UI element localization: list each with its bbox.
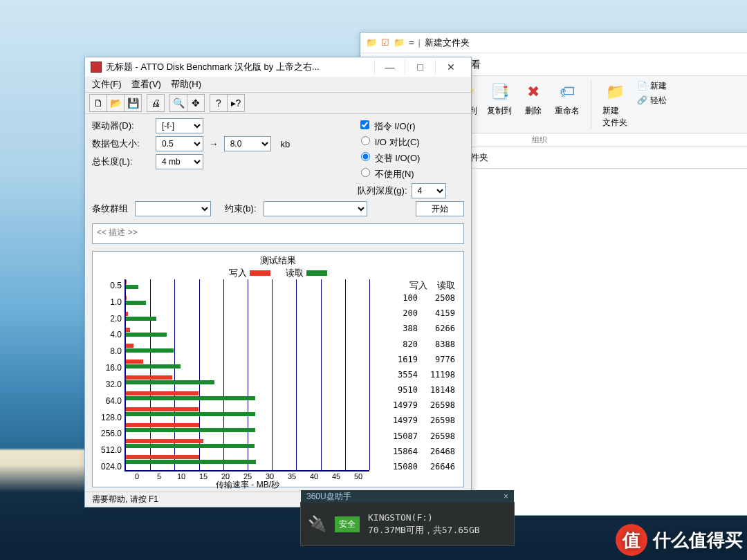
help-icon[interactable]: ? <box>210 94 228 112</box>
atto-titlebar[interactable]: 无标题 - ATTO Disk Benchmark 汉化版 by 上帝之右...… <box>85 57 471 77</box>
menubar: 文件(F) 查看(V) 帮助(H) <box>85 77 471 92</box>
delete-button[interactable]: ✖删除 <box>522 80 545 129</box>
maximize-button[interactable]: □ <box>405 59 435 75</box>
drive-select[interactable]: [-f-] <box>156 118 203 133</box>
safe-badge: 安全 <box>335 516 360 532</box>
chart-plot: 05101520253035404550 传输速率 - MB/秒 <box>124 279 369 472</box>
rename-button[interactable]: 🏷重命名 <box>555 80 580 129</box>
description-box[interactable]: << 描述 >> <box>92 223 464 244</box>
queue-depth-select[interactable]: 4 <box>412 183 446 198</box>
new-item-button[interactable]: 📄 新建 <box>637 80 666 92</box>
watermark: 值 什么值得买 <box>616 524 743 556</box>
window-title: 无标题 - ATTO Disk Benchmark 汉化版 by 上帝之右... <box>106 61 320 73</box>
check-icon: ☑ <box>381 37 389 48</box>
easy-access-button[interactable]: 🔗 轻松 <box>637 95 666 106</box>
explorer-titlebar[interactable]: 📁 ☑ 📁 = | 新建文件夹 <box>360 32 747 53</box>
toolbar: 🗋 📂 💾 🖨 🔍 ✥ ? ▸? <box>85 92 471 114</box>
watermark-icon: 值 <box>616 524 647 556</box>
atto-benchmark-window: 无标题 - ATTO Disk Benchmark 汉化版 by 上帝之右...… <box>84 57 472 507</box>
read-legend-swatch <box>306 270 327 276</box>
arrow-icon: → <box>203 138 224 149</box>
length-select[interactable]: 4 mb <box>156 154 203 169</box>
usb-icon: 🔌 <box>308 515 326 533</box>
compare-io-radio[interactable]: I/O 对比(C) <box>358 134 471 149</box>
minimize-button[interactable]: — <box>374 59 405 75</box>
print-icon[interactable]: 🖨 <box>147 94 165 112</box>
packet-to-select[interactable]: 8.0 <box>224 136 272 151</box>
usb-helper-popup[interactable]: 360U盘助手 × 🔌 安全 KINGSTON(F:) 70.37MB可用，共5… <box>300 502 515 546</box>
app-icon <box>91 62 102 73</box>
results-panel: 测试结果 写入 读取 0.51.02.04.08.016.032.064.012… <box>92 251 464 487</box>
new-icon[interactable]: 🗋 <box>89 94 107 112</box>
folder-icon: 📁 <box>394 37 405 48</box>
overlap-io-radio[interactable]: 交替 I/O(O) <box>358 150 471 165</box>
menu-file[interactable]: 文件(F) <box>92 78 122 91</box>
move-icon[interactable]: ✥ <box>187 94 205 112</box>
folder-icon: 📁 <box>366 37 377 48</box>
open-icon[interactable]: 📂 <box>107 94 124 112</box>
start-button[interactable]: 开始 <box>416 201 464 216</box>
stripe-select[interactable] <box>135 201 211 216</box>
copy-to-button[interactable]: 📑复制到 <box>487 80 512 129</box>
context-help-icon[interactable]: ▸? <box>227 94 245 112</box>
new-folder-button[interactable]: 📁新建 文件夹 <box>602 80 627 129</box>
close-button[interactable]: ✕ <box>435 59 465 75</box>
constraint-select[interactable] <box>264 201 367 216</box>
save-icon[interactable]: 💾 <box>124 94 142 112</box>
menu-help[interactable]: 帮助(H) <box>171 78 201 91</box>
menu-view[interactable]: 查看(V) <box>131 78 161 91</box>
close-icon[interactable]: × <box>504 492 508 501</box>
zoom-icon[interactable]: 🔍 <box>169 94 187 112</box>
packet-from-select[interactable]: 0.5 <box>156 136 203 151</box>
neither-radio[interactable]: 不使用(N) <box>358 166 471 180</box>
window-path: 新建文件夹 <box>425 37 470 49</box>
write-legend-swatch <box>250 270 270 276</box>
direct-io-check[interactable]: 指令 I/O(r) <box>358 118 471 133</box>
